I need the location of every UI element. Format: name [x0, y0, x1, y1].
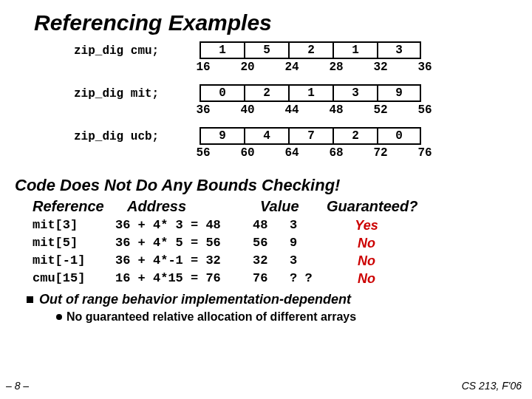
cell: 5 [244, 41, 288, 59]
array-diagrams: zip_dig cmu; 1 5 2 1 3 16 20 24 28 32 36… [74, 44, 517, 171]
addr: 44 [270, 103, 314, 117]
array-label: zip_dig mit; [74, 87, 159, 100]
addr: 60 [225, 146, 270, 160]
bullet-out-of-range: Out of range behavior implementation-dep… [27, 292, 517, 307]
addr: 48 [314, 103, 358, 117]
addr: 72 [358, 146, 403, 160]
cell: 0 [377, 127, 421, 145]
guar-cell: No [344, 252, 389, 270]
result-cell: 32 [253, 252, 290, 270]
address-row: 36 40 44 48 52 56 [181, 103, 447, 117]
cell: 2 [288, 41, 332, 59]
col-guaranteed: Guaranteed? [327, 198, 437, 215]
value-cell: 3 [290, 252, 344, 270]
col-value: Value [260, 198, 327, 215]
result-cell: 76 [253, 270, 290, 287]
addr: 40 [225, 103, 270, 117]
addr: 16 [181, 61, 225, 74]
cell: 4 [244, 127, 288, 145]
addr: 56 [181, 146, 225, 160]
addr: 28 [314, 61, 358, 74]
sub-bullet-text: No guaranteed relative allocation of dif… [66, 310, 356, 323]
guar-cell: No [344, 234, 389, 252]
cell: 2 [332, 127, 377, 145]
addr: 76 [403, 146, 447, 160]
cell: 0 [200, 84, 244, 102]
array-mit: zip_dig mit; 0 2 1 3 9 36 40 44 48 52 56 [74, 87, 517, 129]
col-address: Address [127, 198, 260, 215]
table-row: mit[-1] 36 + 4*-1 = 32 32 3 No [33, 252, 517, 270]
guar-cell: Yes [344, 216, 389, 234]
addr-cell: 36 + 4*-1 = 32 [115, 252, 253, 270]
table-header: Reference Address Value Guaranteed? [33, 198, 517, 215]
bullet-text: Out of range behavior implementation-dep… [39, 292, 351, 307]
cell: 3 [377, 41, 421, 59]
addr-cell: 16 + 4*15 = 76 [115, 270, 253, 287]
addr: 36 [403, 61, 447, 74]
addr: 64 [270, 146, 314, 160]
ref-cell: mit[3] [33, 216, 115, 234]
array-label: zip_dig cmu; [74, 44, 159, 58]
cell: 7 [288, 127, 332, 145]
ref-cell: cmu[15] [33, 270, 115, 287]
table-row: cmu[15] 16 + 4*15 = 76 76 ? ? No [33, 270, 517, 287]
addr-cell: 36 + 4* 3 = 48 [115, 216, 253, 234]
addr-cell: 36 + 4* 5 = 56 [115, 234, 253, 252]
address-row: 56 60 64 68 72 76 [181, 146, 447, 160]
guar-cell: No [344, 270, 389, 287]
value-cell: ? ? [290, 270, 344, 287]
reference-table: Reference Address Value Guaranteed? mit[… [33, 198, 517, 287]
page-title: Referencing Examples [34, 10, 517, 35]
addr: 24 [270, 61, 314, 74]
dot-bullet-icon [56, 314, 62, 320]
square-bullet-icon [27, 296, 33, 303]
ref-cell: mit[-1] [33, 252, 115, 270]
col-reference: Reference [33, 198, 127, 215]
footer-course: CS 213, F'06 [462, 380, 522, 392]
cell: 1 [288, 84, 332, 102]
addr: 20 [225, 61, 270, 74]
address-row: 16 20 24 28 32 36 [181, 61, 447, 74]
cell: 1 [200, 41, 244, 59]
cell: 2 [244, 84, 288, 102]
table-row: mit[5] 36 + 4* 5 = 56 56 9 No [33, 234, 517, 252]
section-no-bounds: Code Does Not Do Any Bounds Checking! [15, 176, 517, 195]
slide: Referencing Examples zip_dig cmu; 1 5 2 … [0, 0, 532, 399]
ref-cell: mit[5] [33, 234, 115, 252]
value-cell: 9 [290, 234, 344, 252]
array-cells: 0 2 1 3 9 [200, 84, 421, 102]
array-ucb: zip_dig ucb; 9 4 7 2 0 56 60 64 68 72 76 [74, 130, 517, 171]
addr: 36 [181, 103, 225, 117]
array-cmu: zip_dig cmu; 1 5 2 1 3 16 20 24 28 32 36 [74, 44, 517, 86]
array-cells: 9 4 7 2 0 [200, 127, 421, 145]
footer-page-number: – 8 – [6, 380, 29, 392]
array-label: zip_dig ucb; [74, 130, 159, 143]
addr: 52 [358, 103, 403, 117]
array-cells: 1 5 2 1 3 [200, 41, 421, 59]
table-row: mit[3] 36 + 4* 3 = 48 48 3 Yes [33, 216, 517, 234]
addr: 56 [403, 103, 447, 117]
cell: 9 [200, 127, 244, 145]
addr: 68 [314, 146, 358, 160]
value-cell: 3 [290, 216, 344, 234]
cell: 9 [377, 84, 421, 102]
result-cell: 56 [253, 234, 290, 252]
sub-bullet-no-guarantee: No guaranteed relative allocation of dif… [56, 310, 517, 324]
addr: 32 [358, 61, 403, 74]
cell: 3 [332, 84, 377, 102]
result-cell: 48 [253, 216, 290, 234]
cell: 1 [332, 41, 377, 59]
